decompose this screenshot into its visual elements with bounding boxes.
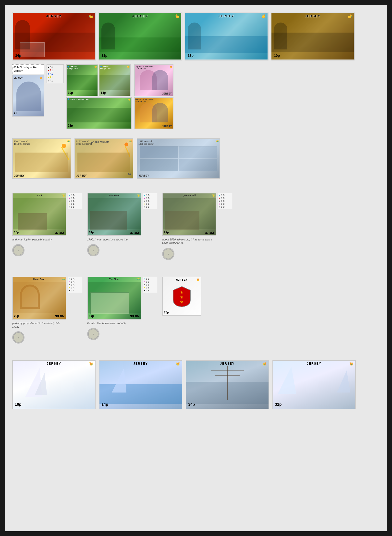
sail-stamp-34p: JERSEY 👑 34p [186, 360, 269, 409]
the-elms-caption: Perrée. The house was probably [87, 322, 141, 325]
royal-wedding-40p: 40p ROYAL WEDDING23 JULY 1986 👑 JERSEY [134, 97, 173, 129]
europa-stamp-14p: 🔷 JERSEYEuropa 1986 👑 14p [99, 64, 131, 96]
row6-sail-stamps: JERSEY 👑 10p JERSEY 👑 14p JERSEY 👑 34p J [12, 360, 380, 409]
crown-icon-3: 👑 [261, 14, 266, 18]
color-dots-panel: ● A1 ● A1 ● A1 ● A1 ● A1 [47, 64, 64, 83]
dot-row-1: ● A1 [48, 66, 62, 68]
comet-stamp-1: 1301 Years of1910 the Comet 👑 JERSEY [12, 138, 71, 179]
svg-text:⚜: ⚜ [180, 290, 184, 295]
crown-icon-4: 👑 [348, 14, 352, 18]
stamp-denom-2: 31p [101, 54, 107, 58]
the-elms-group: The Elms 👑 14p JERSEY ●1 B ●1 B ●1 B ●1 … [87, 277, 157, 344]
crown-sail-4: 👑 [349, 362, 353, 366]
europa-stamp-22p: 🔷 JERSEY Europa 1986 👑 22p [66, 97, 132, 129]
quetivel-caption: about 1560, when sold, it has since won … [162, 238, 216, 245]
sail-title-1: JERSEY [47, 362, 61, 365]
the-elms-color-dots: ●1 B ●1 B ●1 B ●1 B ●1 B [143, 277, 157, 293]
crown-icon-2: 👑 [175, 14, 179, 18]
coat-of-arms-svg: ⚜ ⚜ ⚜ [172, 285, 192, 307]
crown-sail-3: 👑 [263, 362, 267, 366]
stamp-country-1: JERSEY [46, 14, 61, 18]
sail-title-2: JERSEY [133, 362, 148, 365]
stamp-31p: JERSEY 👑 31p [98, 12, 182, 60]
quetivel-color-dots: ●1 C ●1 C ●1 C ●1 C ●1 C [218, 193, 232, 209]
europa-stamp-10p: 🔷 JERSEYEuropa 1986 👑 10p [66, 64, 98, 96]
stamp-country-4: JERSEY [305, 14, 320, 18]
royal-wedding-group: 14p ROYAL WEDDING23 JULY 1986 👑 JERSEY 4… [134, 64, 173, 129]
row3-comet-stamps: 1301 Years of1910 the Comet 👑 JERSEY 910… [12, 138, 380, 179]
sail-denom-4: 31p [275, 402, 282, 407]
crown-icon-1: 👑 [89, 14, 93, 18]
medal-icon: J [13, 245, 24, 256]
medal-icon-2: J [88, 245, 99, 256]
comet-stamp-2: 910 Years of1086 the Comet 👑 JERSEY HARO… [74, 138, 133, 179]
svg-text:J: J [168, 253, 169, 255]
stamp-denom-4: 10p [274, 54, 280, 58]
la-rat-medal: J [12, 244, 24, 256]
sail-title-4: JERSEY [307, 362, 321, 365]
stamp-10p-r1: JERSEY 👑 10p [271, 12, 354, 60]
comet-minisheet: 1910 Years of1986 the Comet 👑 JERSEY [137, 138, 220, 179]
crown-sail-1: 👑 [89, 362, 93, 366]
morel-farm-color-dots: ●1 A ●1 A ●1 A ●1 A ●1 A [68, 277, 82, 293]
row4-building-stamps: La Rât 👑 10p JERSEY ●1 B ●1 B ●1 B ●1 B … [12, 193, 380, 260]
morel-farm-stamp: Morel Farm 👑 22p JERSEY [12, 277, 66, 320]
medal-icon-3: J [163, 249, 174, 259]
stamp-34p: JERSEY 👑 34p [12, 12, 96, 60]
sail-title-3: JERSEY [220, 362, 234, 365]
dot-row-3: ● A1 [48, 72, 62, 75]
dot-row-4: ● A1 [48, 76, 62, 79]
medal-icon-4: J [13, 332, 24, 343]
the-elms-medal: J [87, 328, 99, 340]
album-page: JERSEY 👑 34p JERSEY 👑 31p JERSEY 👑 13p J [5, 5, 387, 531]
royal-wedding-14p: 14p ROYAL WEDDING23 JULY 1986 👑 JERSEY [134, 64, 173, 96]
stamp-13p: JERSEY 👑 13p [185, 12, 268, 60]
quetivel-stamp: Quetivel Mill 👑 29p JERSEY [162, 193, 216, 236]
row5-stamps: Morel Farm 👑 22p JERSEY ●1 A ●1 A ●1 A ●… [12, 277, 380, 344]
svg-text:J: J [93, 333, 94, 335]
svg-text:J: J [18, 337, 19, 339]
morel-farm-group: Morel Farm 👑 22p JERSEY ●1 A ●1 A ●1 A ●… [12, 277, 82, 344]
row2-stamps: 60th Birthday of Her Majesty JERSEY 👑 £1… [12, 64, 380, 129]
sail-stamp-10p: JERSEY 👑 10p [12, 360, 96, 409]
sail-denom-1: 10p [15, 402, 22, 407]
svg-text:J: J [93, 250, 94, 252]
row1-stamps: JERSEY 👑 34p JERSEY 👑 31p JERSEY 👑 13p J [12, 12, 380, 60]
la-valette-medal: J [87, 244, 99, 256]
sail-stamp-31p: JERSEY 👑 31p [272, 360, 356, 409]
quetivel-group: Quetivel Mill 👑 29p JERSEY ●1 C ●1 C ●1 … [162, 193, 232, 260]
jersey-arms-group: JERSEY 👑 ⚜ ⚜ ⚜ 75p [162, 277, 201, 344]
dot-row-5: ● A1 [48, 79, 62, 82]
the-elms-stamp: The Elms 👑 14p JERSEY [87, 277, 141, 320]
la-rat-stamp: La Rât 👑 10p JERSEY [12, 193, 66, 236]
la-rat-group: La Rât 👑 10p JERSEY ●1 B ●1 B ●1 B ●1 B … [12, 193, 82, 260]
la-rat-color-dots: ●1 B ●1 B ●1 B ●1 B ●1 B [68, 193, 82, 209]
stamp-country-2: JERSEY [132, 14, 148, 18]
quetivel-medal: J [162, 248, 174, 260]
qe2-stamp: JERSEY 👑 £1 [12, 75, 44, 117]
svg-text:⚜: ⚜ [180, 300, 184, 305]
svg-text:⚜: ⚜ [180, 295, 184, 300]
birthday-label: 60th Birthday of Her Majesty [12, 64, 44, 74]
svg-text:J: J [18, 250, 19, 252]
crown-sail-2: 👑 [176, 362, 180, 366]
stamp-country-3: JERSEY [219, 14, 234, 18]
la-rat-caption: and in an idyllic, peaceful country [12, 238, 66, 241]
qe2-section: 60th Birthday of Her Majesty JERSEY 👑 £1 [12, 64, 44, 117]
la-valette-stamp: La Valette 👑 31p JERSEY [87, 193, 141, 236]
dot-row-2: ● A1 [48, 69, 62, 72]
europa-group: 🔷 JERSEYEuropa 1986 👑 10p 🔷 JERSEYEuropa… [66, 64, 132, 129]
la-valette-group: La Valette 👑 31p JERSEY ●1 B ●1 B ●1 B ●… [87, 193, 157, 260]
morel-farm-medal: J [12, 331, 24, 344]
sail-stamp-14p: JERSEY 👑 14p [99, 360, 182, 409]
la-valette-color-dots: ●1 B ●1 B ●1 B ●1 B ●1 B [143, 193, 157, 209]
morel-farm-caption: perfectly proportioned in the island, da… [12, 322, 66, 329]
medal-icon-5: J [88, 329, 99, 339]
jersey-arms-stamp: JERSEY 👑 ⚜ ⚜ ⚜ 75p [162, 277, 201, 316]
la-valette-caption: 1790. A marriage stone above the [87, 238, 141, 241]
stamp-denom-3: 13p [188, 54, 194, 58]
